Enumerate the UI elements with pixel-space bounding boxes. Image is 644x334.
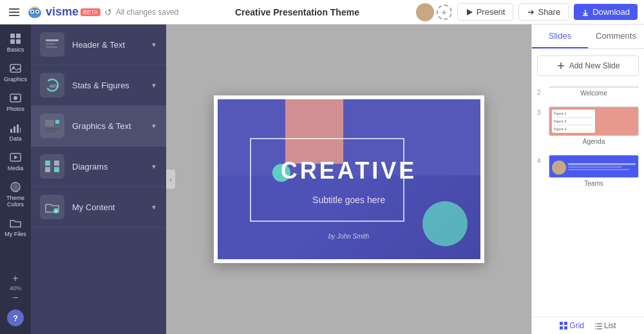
slide-author: by John Smith: [218, 233, 480, 240]
sidebar-item-data[interactable]: Data: [2, 117, 29, 146]
slide-label-teams: Teams: [549, 178, 639, 189]
graphics-text-label: Graphics & Text: [72, 121, 143, 131]
canvas-area[interactable]: › CREATIVE Subtitle goes here by John Sm…: [166, 25, 531, 334]
svg-point-45: [595, 326, 596, 327]
tab-slides[interactable]: Slides: [532, 25, 588, 48]
svg-point-3: [32, 10, 33, 12]
help-button[interactable]: ?: [7, 309, 24, 326]
panel-item-diagrams[interactable]: Diagrams ▼: [31, 146, 166, 187]
svg-rect-33: [54, 161, 59, 166]
svg-rect-9: [16, 34, 21, 38]
list-item[interactable]: 4 Teams: [532, 151, 644, 193]
tab-comments[interactable]: Comments: [588, 25, 644, 48]
slide-thumbnail-agenda[interactable]: Figure 1 Figure 2 Figure 3: [549, 106, 639, 136]
svg-rect-34: [45, 167, 50, 172]
svg-rect-18: [17, 124, 19, 133]
sidebar-item-photos[interactable]: Photos: [2, 88, 29, 116]
svg-text:40%: 40%: [50, 84, 59, 88]
diagrams-icon: [40, 154, 64, 179]
media-icon: [9, 151, 22, 164]
sidebar-item-my-files[interactable]: My Files: [2, 213, 29, 241]
header-actions: + Present Share Download: [416, 3, 638, 21]
graphics-icon: [9, 62, 22, 75]
list-view-button[interactable]: List: [594, 321, 616, 330]
svg-rect-25: [46, 46, 57, 48]
media-label: Media: [8, 165, 24, 172]
add-new-slide-button[interactable]: Add New Slide: [537, 55, 639, 76]
grid-view-button[interactable]: Grid: [560, 321, 584, 330]
right-panel: Slides Comments Add New Slide 2 WELCOME: [531, 25, 644, 334]
svg-rect-17: [14, 126, 15, 133]
slide-thumbnail-teams[interactable]: [549, 155, 639, 178]
svg-point-44: [595, 323, 596, 324]
data-icon: [9, 121, 22, 134]
basics-icon: [9, 32, 22, 45]
svg-rect-24: [46, 43, 55, 44]
logo: visme BETA: [26, 5, 100, 19]
theme-colors-icon: [9, 181, 22, 193]
svg-rect-48: [597, 326, 602, 327]
photos-label: Photos: [6, 106, 24, 112]
left-sidebar: Basics Graphics Photos Data: [0, 25, 31, 334]
slide-number: 3: [537, 106, 545, 116]
slide-label-welcome: Welcome: [549, 88, 639, 99]
download-icon: [582, 8, 589, 16]
menu-icon[interactable]: [6, 6, 22, 19]
header-left: visme BETA ↺ All changes saved: [6, 5, 178, 19]
add-user-button[interactable]: +: [437, 5, 452, 20]
page-title: Creative Presentation Theme: [184, 7, 410, 17]
svg-rect-32: [45, 161, 50, 166]
list-item[interactable]: 2 WELCOME Welcome: [532, 83, 644, 103]
diagrams-label: Diagrams: [72, 162, 143, 172]
svg-rect-35: [54, 167, 59, 172]
svg-rect-43: [564, 326, 567, 329]
slides-list: 2 WELCOME Welcome 3: [532, 83, 644, 317]
svg-rect-28: [45, 120, 54, 126]
svg-rect-16: [10, 129, 12, 133]
sidebar-item-media[interactable]: Media: [2, 147, 29, 175]
download-button[interactable]: Download: [574, 4, 638, 20]
panel-item-header-text[interactable]: Header & Text ▼: [31, 25, 166, 65]
slide-canvas[interactable]: CREATIVE Subtitle goes here by John Smit…: [214, 95, 484, 263]
sidebar-item-theme-colors[interactable]: Theme Colors: [2, 177, 29, 211]
svg-rect-47: [597, 323, 602, 324]
sidebar-item-basics[interactable]: Basics: [2, 28, 29, 57]
panel-sidebar: Header & Text ▼ 40% Stats & Figures ▼: [31, 25, 166, 334]
collapse-panel-button[interactable]: ›: [166, 170, 175, 189]
avatar: [416, 3, 434, 21]
svg-point-6: [419, 14, 431, 21]
zoom-out-button[interactable]: −: [12, 293, 18, 303]
plus-icon: [556, 61, 565, 70]
sidebar-item-graphics[interactable]: Graphics: [2, 58, 29, 86]
grid-icon: [560, 322, 567, 329]
present-button[interactable]: Present: [457, 3, 514, 21]
svg-rect-40: [560, 322, 563, 325]
slide-thumbnail-welcome[interactable]: WELCOME: [549, 86, 639, 88]
svg-point-46: [595, 328, 596, 329]
svg-rect-42: [560, 326, 563, 329]
panel-item-graphics-text[interactable]: Graphics & Text ▼: [31, 106, 166, 146]
refresh-icon[interactable]: ↺: [104, 7, 112, 17]
svg-rect-30: [45, 128, 59, 130]
logo-owl-icon: [26, 5, 44, 19]
panel-item-my-content[interactable]: + My Content ▼: [31, 187, 166, 228]
slide-number: 4: [537, 155, 545, 164]
slide-title: CREATIVE: [218, 157, 480, 184]
svg-rect-29: [55, 120, 59, 124]
my-content-label: My Content: [72, 202, 143, 212]
svg-marker-21: [14, 155, 18, 159]
header-text-icon: [40, 32, 64, 57]
svg-rect-8: [10, 34, 15, 38]
share-icon: [527, 8, 535, 16]
zoom-in-button[interactable]: +: [12, 273, 18, 284]
main-area: Basics Graphics Photos Data: [0, 25, 644, 334]
zoom-control: + 40% −: [10, 273, 21, 303]
stats-figures-chevron: ▼: [151, 82, 157, 89]
panel-item-stats-figures[interactable]: 40% Stats & Figures ▼: [31, 65, 166, 106]
share-button[interactable]: Share: [518, 3, 569, 21]
svg-point-0: [28, 8, 41, 18]
list-item[interactable]: 3 Figure 1 Figure 2 Figure 3 Agenda: [532, 103, 644, 151]
svg-rect-49: [597, 328, 602, 329]
my-files-icon: [9, 217, 22, 230]
logo-text: visme: [46, 5, 79, 19]
